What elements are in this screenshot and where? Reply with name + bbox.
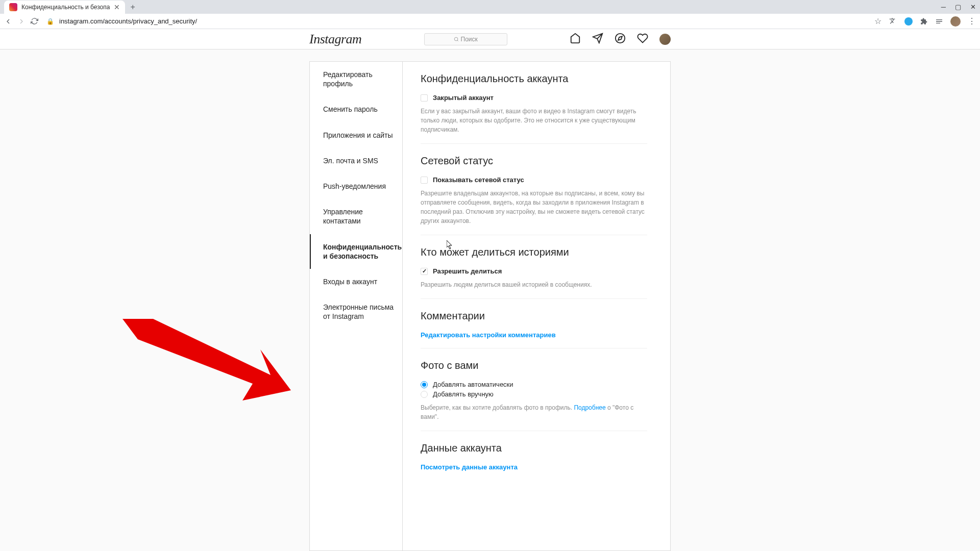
svg-marker-5 [618, 36, 622, 40]
instagram-favicon [9, 3, 17, 11]
section-title-activity: Сетевой статус [421, 155, 647, 167]
user-avatar[interactable] [659, 34, 671, 45]
lock-icon[interactable]: 🔒 [46, 18, 54, 25]
instagram-logo[interactable]: Instagram [309, 32, 361, 47]
section-title-data: Данные аккаунта [421, 442, 647, 454]
translate-icon[interactable] [889, 17, 897, 26]
sidebar-item-change-password[interactable]: Сменить пароль [310, 96, 402, 122]
add-auto-radio[interactable] [421, 381, 428, 388]
new-tab-button[interactable]: + [125, 3, 140, 12]
edit-comments-link[interactable]: Редактировать настройки комментариев [421, 331, 647, 339]
section-title-privacy: Конфиденциальность аккаунта [421, 73, 647, 85]
section-title-story: Кто может делиться историями [421, 246, 647, 258]
sidebar-item-login-activity[interactable]: Входы в аккаунт [310, 269, 402, 294]
reading-list-icon[interactable] [935, 17, 943, 26]
private-account-label: Закрытый аккаунт [433, 94, 494, 102]
sidebar-item-edit-profile[interactable]: Редактировать профиль [310, 62, 402, 96]
search-icon [454, 37, 459, 42]
search-placeholder: Поиск [461, 36, 478, 43]
forward-button[interactable] [17, 17, 26, 26]
activity-icon[interactable] [637, 33, 648, 46]
sidebar-item-contacts[interactable]: Управление контактами [310, 199, 402, 234]
activity-status-label: Показывать сетевой статус [433, 176, 524, 184]
private-account-help: Если у вас закрытый аккаунт, ваши фото и… [421, 107, 647, 134]
back-button[interactable] [4, 17, 12, 26]
close-window-icon[interactable]: ✕ [970, 3, 976, 11]
svg-point-0 [454, 37, 458, 41]
maximize-icon[interactable]: ▢ [955, 3, 961, 11]
add-auto-label: Добавлять автоматически [433, 381, 513, 388]
profile-avatar[interactable] [950, 16, 961, 27]
view-account-data-link[interactable]: Посмотреть данные аккаунта [421, 463, 647, 471]
close-tab-icon[interactable]: ✕ [114, 3, 120, 11]
story-sharing-checkbox[interactable] [421, 268, 428, 275]
browser-tab[interactable]: Конфиденциальность и безопа ✕ [4, 1, 125, 14]
story-sharing-help: Разрешить людям делиться вашей историей … [421, 280, 647, 289]
sidebar-item-apps[interactable]: Приложения и сайты [310, 122, 402, 148]
reload-button[interactable] [31, 17, 38, 25]
sidebar-item-emails[interactable]: Электронные письма от Instagram [310, 294, 402, 329]
home-icon[interactable] [570, 33, 581, 46]
telegram-icon[interactable] [904, 17, 913, 26]
minimize-icon[interactable]: ─ [941, 3, 946, 11]
sidebar-item-privacy-security[interactable]: Конфиденциальность и безопасность [310, 234, 402, 269]
add-manual-radio[interactable] [421, 391, 428, 398]
sidebar-item-email-sms[interactable]: Эл. почта и SMS [310, 148, 402, 173]
section-title-photos: Фото с вами [421, 360, 647, 371]
url-input[interactable]: instagram.com/accounts/privacy_and_secur… [59, 17, 869, 25]
extensions-icon[interactable] [920, 17, 928, 26]
svg-line-1 [457, 40, 458, 41]
photos-learn-more-link[interactable]: Подробнее [574, 404, 605, 411]
add-manual-label: Добавлять вручную [433, 390, 494, 398]
svg-point-4 [616, 33, 625, 42]
sidebar-item-push[interactable]: Push-уведомления [310, 173, 402, 199]
search-input[interactable]: Поиск [424, 33, 507, 45]
explore-icon[interactable] [615, 33, 626, 46]
photos-help: Выберите, как вы хотите добавлять фото в… [421, 403, 647, 421]
activity-status-help: Разрешите владельцам аккаунтов, на котор… [421, 189, 647, 226]
star-icon[interactable]: ☆ [874, 17, 882, 26]
tab-title: Конфиденциальность и безопа [21, 4, 110, 11]
menu-icon[interactable]: ⋮ [968, 17, 976, 26]
activity-status-checkbox[interactable] [421, 177, 428, 184]
messages-icon[interactable] [592, 33, 603, 46]
section-title-comments: Комментарии [421, 310, 647, 322]
private-account-checkbox[interactable] [421, 94, 428, 102]
story-sharing-label: Разрешить делиться [433, 267, 502, 275]
